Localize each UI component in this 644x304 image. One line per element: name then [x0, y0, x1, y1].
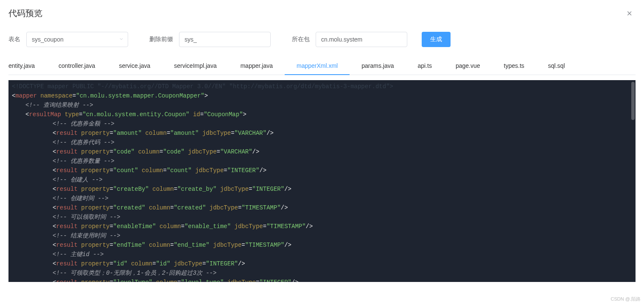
tab-service[interactable]: service.java: [107, 57, 162, 75]
table-select[interactable]: [26, 32, 128, 47]
table-label: 表名: [8, 36, 20, 43]
prefix-label: 删除前缀: [149, 36, 173, 43]
tab-params[interactable]: params.java: [350, 57, 406, 75]
generate-button[interactable]: 生成: [422, 32, 451, 47]
tab-sql[interactable]: sql.sql: [536, 57, 577, 75]
tab-mapperXml[interactable]: mapperXml.xml: [285, 57, 350, 75]
close-icon[interactable]: ×: [623, 8, 636, 19]
package-input[interactable]: [316, 32, 407, 47]
tabs: entity.javacontroller.javaservice.javase…: [8, 57, 636, 75]
form-row: 表名 删除前缀 所在包 生成: [8, 32, 636, 47]
tab-controller[interactable]: controller.java: [47, 57, 107, 75]
page-title: 代码预览: [8, 8, 42, 19]
code-editor[interactable]: <!DOCTYPE mapper PUBLIC "-//mybatis.org/…: [8, 80, 636, 282]
prefix-input[interactable]: [179, 32, 271, 47]
tab-serviceImpl[interactable]: serviceImpl.java: [162, 57, 228, 75]
tab-mapper[interactable]: mapper.java: [229, 57, 285, 75]
tab-entity[interactable]: entity.java: [8, 57, 47, 75]
tab-page[interactable]: page.vue: [444, 57, 492, 75]
tab-types[interactable]: types.ts: [492, 57, 536, 75]
tab-api[interactable]: api.ts: [406, 57, 443, 75]
scrollbar-thumb[interactable]: [631, 82, 635, 120]
package-label: 所在包: [292, 36, 310, 43]
